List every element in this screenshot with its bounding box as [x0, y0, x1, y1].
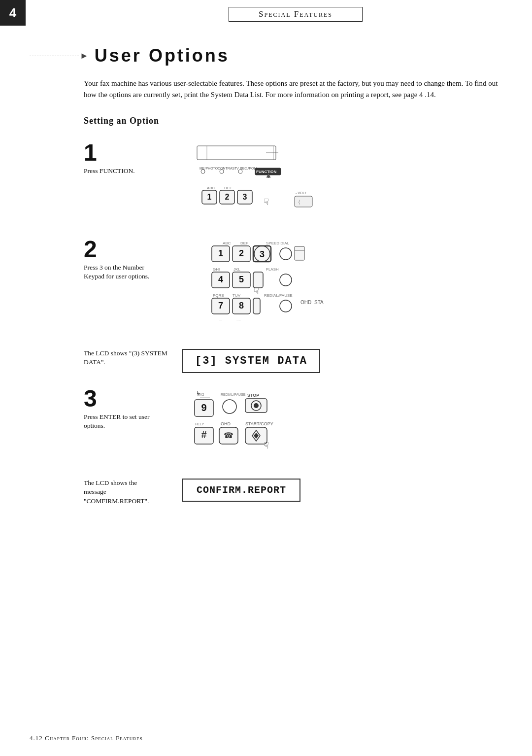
svg-text:JKL: JKL [233, 267, 240, 272]
svg-text:FLASH: FLASH [266, 267, 279, 272]
svg-text:PQRS: PQRS [213, 293, 224, 298]
svg-text:OHD: OHD [221, 421, 231, 426]
step-1-left: 1 Press FUNCTION. [84, 141, 182, 176]
lcd-note-2-display: CONFIRM.REPORT [182, 479, 502, 502]
step-3-illustration: MV2 ↳ 9 REDIAL/PAUSE STOP HELP # [182, 387, 502, 461]
svg-text:DEF: DEF [224, 186, 232, 190]
svg-point-5 [201, 170, 205, 173]
svg-text:ABC: ABC [207, 186, 215, 190]
svg-text:☟: ☟ [264, 441, 269, 450]
page-title: User Options [95, 45, 230, 66]
svg-text:7: 7 [218, 301, 223, 310]
svg-text:3: 3 [243, 193, 247, 201]
setting-heading: Setting an Option [84, 116, 502, 126]
svg-text:FUNCTION: FUNCTION [256, 170, 277, 174]
step-3-number: 3 [84, 387, 172, 411]
svg-text:...: ... [219, 317, 222, 321]
step-2-number: 2 [84, 238, 172, 261]
svg-text:OHD: OHD [300, 300, 311, 305]
svg-text:STA: STA [314, 300, 324, 305]
svg-text:STOP: STOP [247, 393, 259, 398]
dotted-arrow: ► [30, 51, 91, 61]
svg-text:.....: ..... [236, 317, 241, 321]
svg-text:TUV: TUV [233, 293, 241, 298]
intro-paragraph: Your fax machine has various user-select… [84, 78, 502, 101]
svg-text:9: 9 [201, 402, 206, 413]
step-3: 3 Press ENTER to set user options. MV2 ↳… [84, 387, 502, 461]
tab-number-label: 4 [9, 5, 16, 21]
lcd-note-1-label: The LCD shows "(3) SYSTEM DATA". [84, 349, 182, 368]
step-1: 1 Press FUNCTION. ME/PHOTO CONTRAST V RE… [84, 141, 502, 220]
svg-text:ABC: ABC [223, 241, 231, 245]
svg-rect-22 [295, 196, 312, 207]
lcd-note-1: The LCD shows "(3) SYSTEM DATA". [3] SYS… [84, 349, 502, 373]
svg-text:☟: ☟ [264, 197, 269, 207]
step-2-keypad-svg: ABC DEF SPEED DIAL 1 2 3 GHI J [182, 238, 350, 331]
step-1-number: 1 [84, 141, 172, 165]
svg-rect-0 [197, 146, 276, 160]
svg-text:CONTRAST: CONTRAST [218, 167, 237, 170]
svg-rect-55 [253, 298, 260, 314]
svg-text:5: 5 [239, 275, 244, 284]
section-title-wrap: ► User Options [30, 45, 532, 66]
svg-text:REDIAL/PAUSE: REDIAL/PAUSE [264, 293, 293, 298]
svg-point-9 [238, 170, 242, 173]
chapter-header: Special Features [229, 7, 363, 22]
chapter-header-text: Special Features [259, 9, 332, 19]
svg-rect-36 [295, 246, 304, 260]
step-3-buttons-svg: MV2 ↳ 9 REDIAL/PAUSE STOP HELP # [182, 387, 330, 461]
lcd-note-2: The LCD shows themessage"COMFIRM.REPORT"… [84, 479, 502, 507]
step-2: 2 Press 3 on the Number Keypad for user … [84, 238, 502, 331]
step-2-illustration: ABC DEF SPEED DIAL 1 2 3 GHI J [182, 238, 502, 331]
step-1-illustration: ME/PHOTO CONTRAST V REC./POLL FUNCTION A… [182, 141, 502, 220]
svg-text:4: 4 [218, 275, 223, 284]
page-footer: 4.12 Chapter Four: Special Features [30, 734, 143, 742]
step-1-fax-svg: ME/PHOTO CONTRAST V REC./POLL FUNCTION A… [182, 141, 350, 220]
step-2-left: 2 Press 3 on the Number Keypad for user … [84, 238, 182, 282]
step-2-desc: Press 3 on the Number Keypad for user op… [84, 263, 172, 282]
svg-point-67 [223, 400, 236, 413]
svg-text:START/COPY: START/COPY [245, 421, 273, 426]
svg-point-7 [220, 170, 224, 173]
svg-text:1: 1 [218, 248, 223, 258]
step-3-desc: Press ENTER to set user options. [84, 412, 172, 431]
step-1-desc: Press FUNCTION. [84, 167, 172, 176]
page-tab-number: 4 [0, 0, 26, 26]
svg-text:2: 2 [239, 248, 244, 258]
lcd-note-2-label: The LCD shows themessage"COMFIRM.REPORT"… [84, 479, 182, 507]
svg-text:DEF: DEF [240, 241, 248, 245]
svg-text:SPEED DIAL: SPEED DIAL [266, 241, 290, 245]
lcd-note-1-display: [3] SYSTEM DATA [182, 349, 502, 373]
svg-text:↳: ↳ [196, 390, 200, 396]
svg-point-56 [280, 300, 292, 312]
svg-point-71 [254, 403, 259, 408]
step-3-left: 3 Press ENTER to set user options. [84, 387, 182, 431]
svg-text:8: 8 [239, 301, 244, 310]
svg-text:GHI: GHI [213, 267, 220, 272]
svg-text:HELP: HELP [195, 422, 204, 426]
svg-text:☟: ☟ [254, 286, 259, 296]
svg-point-35 [280, 248, 292, 260]
lcd-display-2: CONFIRM.REPORT [182, 479, 300, 502]
svg-text:3: 3 [260, 249, 265, 259]
svg-text:1: 1 [207, 193, 212, 201]
svg-text:☎: ☎ [224, 431, 233, 440]
svg-text:REDIAL/PAUSE: REDIAL/PAUSE [221, 393, 246, 396]
svg-rect-45 [253, 272, 263, 288]
svg-text:- VOL+: - VOL+ [296, 191, 306, 195]
svg-text:2: 2 [225, 193, 230, 201]
svg-text:#: # [201, 429, 206, 440]
lcd-display-1: [3] SYSTEM DATA [182, 349, 320, 373]
svg-point-46 [280, 274, 292, 286]
